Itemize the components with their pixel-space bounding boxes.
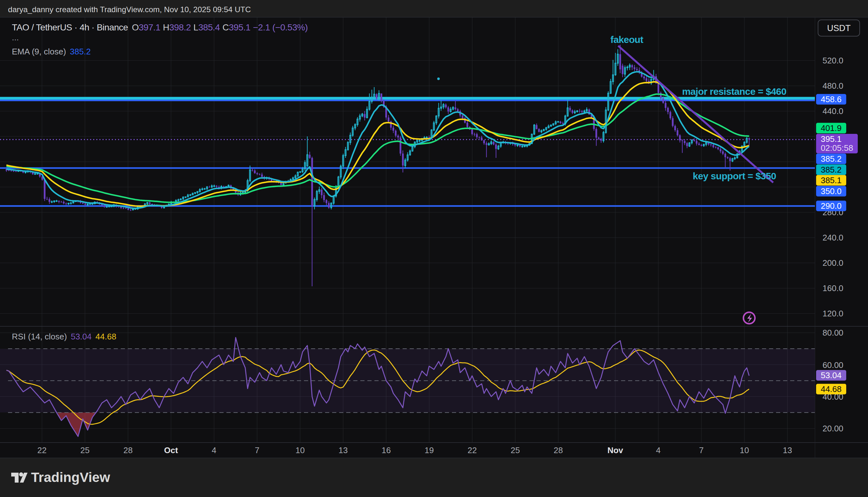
svg-text:53.04: 53.04 <box>821 370 841 380</box>
svg-text:key support = $350: key support = $350 <box>693 171 776 181</box>
svg-text:4: 4 <box>656 445 660 455</box>
svg-text:385.1: 385.1 <box>821 175 841 185</box>
svg-text:25: 25 <box>81 445 90 455</box>
svg-text:10: 10 <box>740 445 749 455</box>
svg-text:fakeout: fakeout <box>611 34 643 45</box>
svg-text:28: 28 <box>554 445 563 455</box>
svg-text:7: 7 <box>255 445 259 455</box>
svg-text:13: 13 <box>783 445 792 455</box>
svg-text:28: 28 <box>123 445 132 455</box>
svg-text:160.0: 160.0 <box>823 283 843 293</box>
svg-text:7: 7 <box>699 445 703 455</box>
svg-text:major resistance = $460: major resistance = $460 <box>682 86 786 97</box>
svg-text:350.0: 350.0 <box>821 186 841 196</box>
svg-text:401.9: 401.9 <box>821 123 841 133</box>
svg-text:22: 22 <box>38 445 47 455</box>
svg-text:290.0: 290.0 <box>821 201 841 211</box>
svg-text:120.0: 120.0 <box>823 309 843 318</box>
svg-text:TradingView: TradingView <box>31 470 110 485</box>
svg-text:44.68: 44.68 <box>821 384 841 394</box>
svg-text:385.2: 385.2 <box>821 165 841 174</box>
svg-text:Nov: Nov <box>607 445 623 455</box>
svg-text:240.0: 240.0 <box>823 233 843 242</box>
svg-text:80.00: 80.00 <box>823 328 843 338</box>
svg-text:USDT: USDT <box>827 23 851 33</box>
svg-text:19: 19 <box>425 445 434 455</box>
svg-text:440.0: 440.0 <box>823 106 843 116</box>
svg-text:10: 10 <box>296 445 305 455</box>
svg-text:385.2: 385.2 <box>821 154 841 164</box>
svg-text:458.6: 458.6 <box>821 95 841 104</box>
svg-text:520.0: 520.0 <box>823 56 843 65</box>
svg-text:4: 4 <box>212 445 216 455</box>
svg-text:TAO / TetherUS · 4h · BinanceO: TAO / TetherUS · 4h · BinanceO397.1H398.… <box>12 23 308 32</box>
svg-text:60.00: 60.00 <box>823 360 843 370</box>
svg-text:13: 13 <box>339 445 348 455</box>
svg-text:480.0: 480.0 <box>823 81 843 90</box>
svg-text:22: 22 <box>468 445 477 455</box>
svg-text:395.1: 395.1 <box>821 134 841 144</box>
svg-text:200.0: 200.0 <box>823 258 843 268</box>
svg-text:16: 16 <box>382 445 391 455</box>
svg-text:RSI (14, close)53.0444.68: RSI (14, close)53.0444.68 <box>12 332 116 341</box>
svg-text:25: 25 <box>511 445 520 455</box>
svg-text:02:05:58: 02:05:58 <box>821 143 853 153</box>
svg-text:Oct: Oct <box>164 445 178 455</box>
svg-text:darya_danny created with Tradi: darya_danny created with TradingView.com… <box>8 5 251 14</box>
svg-text:20.00: 20.00 <box>823 424 843 433</box>
svg-text:...: ... <box>12 33 19 42</box>
svg-text:EMA (9, close)385.2: EMA (9, close)385.2 <box>12 47 91 56</box>
